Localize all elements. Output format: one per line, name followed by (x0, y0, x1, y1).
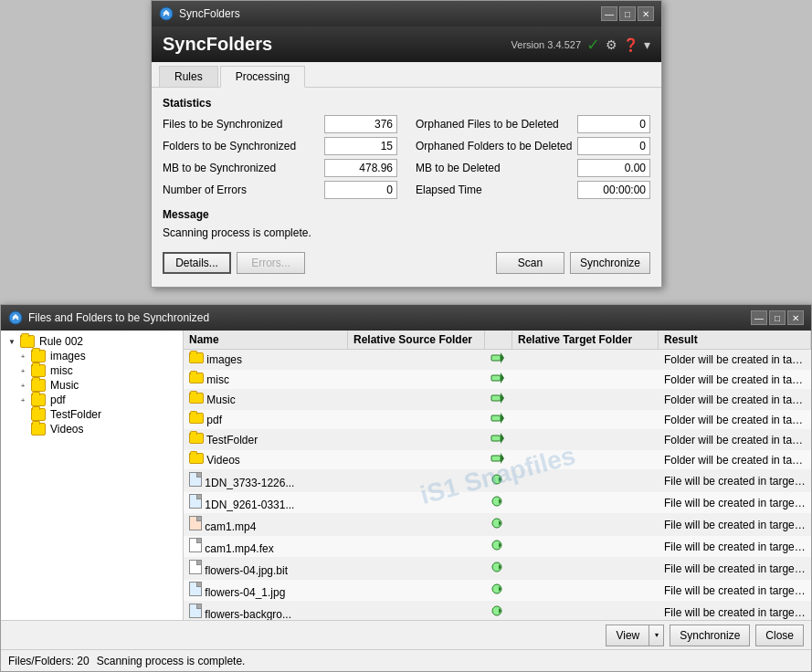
list-item[interactable]: flowers-backgro... File will be created … (184, 602, 811, 620)
minimize-button[interactable]: — (601, 6, 617, 21)
tree-expand-pdf[interactable]: + (17, 394, 28, 405)
app-icon (159, 6, 174, 21)
tree-item-music[interactable]: + Music (5, 378, 179, 393)
image-file-icon (189, 472, 202, 487)
list-item[interactable]: TestFolder Folder will be created in tar… (184, 430, 811, 450)
files-close-button[interactable]: ✕ (787, 310, 804, 325)
message-section: Message Scanning process is complete. (163, 208, 650, 239)
menu-arrow-icon[interactable]: ▾ (644, 37, 650, 52)
video-file-icon (189, 516, 202, 530)
files-folders-count: Files/Folders: 20 (8, 655, 90, 667)
svg-marker-5 (501, 373, 504, 383)
scan-button[interactable]: Scan (496, 252, 564, 274)
image-file-icon (189, 494, 202, 509)
stat-label-mb-delete: MB to be Deleted (416, 162, 577, 174)
tree-item-images[interactable]: + images (5, 349, 179, 363)
file-sync-icon (490, 474, 503, 485)
list-item[interactable]: 1DN_3733-1226... File will be created in… (184, 470, 811, 492)
tree-item-testfolder[interactable]: TestFolder (5, 407, 179, 422)
stat-value-elapsed[interactable] (577, 181, 650, 199)
list-item[interactable]: images Folder will be created in target … (184, 350, 811, 370)
file-sync-icon (490, 518, 503, 529)
stat-value-orphan-folders[interactable] (577, 137, 650, 155)
tree-item-videos[interactable]: Videos (5, 422, 179, 436)
tree-folder-icon-misc (31, 364, 46, 377)
stats-section-label: Statistics (163, 97, 650, 110)
stat-row-orphan-folders: Orphaned Folders to be Deleted (416, 137, 650, 155)
list-item[interactable]: Videos Folder will be created in target … (184, 450, 811, 470)
files-minimize-button[interactable]: — (751, 310, 767, 325)
folder-icon (189, 393, 204, 404)
checkmark-icon[interactable]: ✓ (586, 35, 600, 55)
dialog-content: Statistics Files to be Synchronized Fold… (152, 88, 661, 287)
tab-bar: Rules Processing (152, 62, 661, 88)
stat-label-orphan-folders: Orphaned Folders to be Deleted (416, 140, 577, 152)
image-file-icon (189, 604, 202, 618)
folder-icon (189, 433, 204, 444)
files-status-bar: Files/Folders: 20 Scanning process is co… (1, 649, 811, 671)
tree-item-misc[interactable]: + misc (5, 363, 179, 378)
files-synchronize-button[interactable]: Synchronize (670, 625, 750, 646)
list-item[interactable]: misc Folder will be created in target fo… (184, 370, 811, 390)
tree-label-images: images (50, 350, 86, 362)
header-rel-target[interactable]: Relative Target Folder (512, 331, 659, 349)
tree-expand-images[interactable]: + (17, 351, 28, 362)
stat-label-folders: Folders to be Synchronized (163, 140, 324, 152)
list-item[interactable]: cam1.mp4.fex File will be created in tar… (184, 536, 811, 558)
svg-rect-6 (491, 395, 501, 401)
stat-value-mb-delete[interactable] (577, 159, 650, 177)
tab-rules[interactable]: Rules (159, 66, 218, 87)
list-item[interactable]: pdf Folder will be created in target fol… (184, 410, 811, 430)
svg-rect-2 (491, 355, 501, 361)
details-button[interactable]: Details... (163, 252, 231, 274)
tree-expand-music[interactable]: + (17, 380, 28, 391)
svg-marker-9 (501, 413, 504, 424)
close-button[interactable]: ✕ (638, 6, 654, 21)
tree-expand-misc[interactable]: + (17, 365, 28, 376)
file-sync-icon (490, 540, 503, 551)
synchronize-button[interactable]: Synchronize (570, 252, 650, 274)
stat-value-mb[interactable] (324, 159, 397, 177)
image-file-icon (189, 582, 202, 596)
stat-row-orphan-files: Orphaned Files to be Deleted (416, 115, 650, 133)
tree-root-label: Rule 002 (39, 335, 83, 348)
svg-marker-11 (501, 433, 504, 444)
list-item[interactable]: cam1.mp4 File will be created in target … (184, 514, 811, 536)
stat-value-files[interactable] (324, 115, 397, 133)
stat-value-folders[interactable] (324, 137, 397, 155)
folder-icon (189, 352, 204, 363)
tree-item-pdf[interactable]: + pdf (5, 393, 179, 407)
tab-processing[interactable]: Processing (220, 66, 305, 88)
list-item[interactable]: Music Folder will be created in target f… (184, 390, 811, 410)
header-rel-source[interactable]: Relative Source Folder (348, 331, 485, 349)
tree-root-expand[interactable]: ▼ (6, 336, 17, 347)
stat-label-errors: Number of Errors (163, 184, 324, 196)
files-content: ▼ Rule 002 + images + misc + Music + (1, 331, 811, 620)
file-sync-icon (490, 562, 503, 572)
stat-row-elapsed: Elapsed Time (416, 181, 650, 199)
help-icon[interactable]: ❓ (623, 37, 638, 52)
gear-icon[interactable]: ⚙ (606, 37, 617, 52)
maximize-button[interactable]: □ (619, 6, 636, 21)
view-dropdown-button[interactable]: ▾ (649, 625, 664, 646)
svg-rect-4 (491, 375, 501, 381)
list-item[interactable]: flowers-04_1.jpg File will be created in… (184, 580, 811, 602)
header-name[interactable]: Name (184, 331, 348, 349)
tree-label-misc: misc (50, 364, 73, 377)
list-item[interactable]: 1DN_9261-0331... File will be created in… (184, 492, 811, 514)
list-item[interactable]: flowers-04.jpg.bit File will be created … (184, 558, 811, 580)
tree-folder-icon-music (31, 379, 46, 392)
stat-value-orphan-files[interactable] (577, 115, 650, 133)
sync-arrow-icon (490, 372, 505, 384)
file-list-body: images Folder will be created in target … (184, 350, 811, 620)
files-maximize-button[interactable]: □ (769, 310, 786, 325)
svg-rect-10 (491, 436, 501, 441)
stat-value-errors[interactable] (324, 181, 397, 199)
view-button[interactable]: View (606, 625, 649, 646)
files-close-button[interactable]: Close (755, 625, 804, 646)
files-title-bar: Files and Folders to be Synchronized — □… (1, 305, 811, 331)
errors-button[interactable]: Errors... (237, 252, 305, 274)
tree-root[interactable]: ▼ Rule 002 (5, 334, 179, 349)
folder-icon (189, 453, 204, 464)
header-result[interactable]: Result (659, 331, 811, 349)
